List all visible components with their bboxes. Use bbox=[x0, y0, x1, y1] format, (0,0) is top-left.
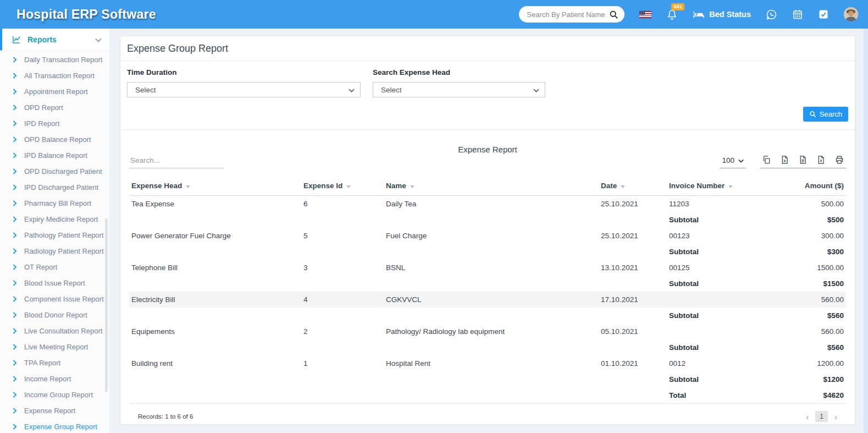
print-icon[interactable] bbox=[834, 155, 844, 165]
chevron-down-icon bbox=[533, 86, 539, 94]
time-duration-value: Select bbox=[135, 86, 156, 94]
cell-invoice: 00123 bbox=[667, 228, 767, 244]
page-size-select[interactable]: 100 bbox=[720, 155, 746, 168]
export-pdf-icon[interactable] bbox=[816, 155, 826, 165]
sidebar-item-label: IPD Discharged Patient bbox=[24, 183, 98, 191]
prev-page-button[interactable]: ‹ bbox=[806, 413, 809, 421]
table-search-input[interactable] bbox=[129, 154, 224, 168]
column-header[interactable]: Expense Id bbox=[301, 177, 384, 196]
sidebar-item-13[interactable]: OT Report bbox=[0, 259, 109, 275]
cell-name: Pathology/ Radiology lab equipment bbox=[384, 324, 599, 339]
toolbar-right: 100 bbox=[720, 155, 846, 168]
sidebar-item-label: Live Meeting Report bbox=[24, 343, 88, 351]
sidebar-item-6[interactable]: IPD Balance Report bbox=[0, 147, 109, 163]
chevron-right-icon bbox=[13, 105, 17, 111]
page-number-button[interactable]: 1 bbox=[815, 411, 828, 422]
main-area: Expense Group Report Time Duration Selec… bbox=[109, 29, 868, 433]
chevron-right-icon bbox=[13, 57, 17, 63]
table-row: Tea Expense 6 Daily Tea 25.10.2021 11203… bbox=[129, 196, 846, 212]
cell-subtotal-value: $300 bbox=[767, 244, 846, 260]
cell-subtotal-label: Subtotal bbox=[667, 308, 767, 324]
cell-invoice: 11203 bbox=[667, 196, 767, 212]
sidebar-item-5[interactable]: OPD Balance Report bbox=[0, 131, 109, 147]
expense-head-label: Search Expense Head bbox=[373, 68, 545, 76]
chevron-right-icon bbox=[13, 408, 17, 414]
sidebar-item-label: Appointment Report bbox=[24, 87, 88, 96]
calendar-button[interactable] bbox=[792, 9, 803, 20]
bed-status-label: Bed Status bbox=[709, 10, 751, 19]
chevron-right-icon bbox=[13, 280, 17, 286]
sidebar-item-7[interactable]: OPD Discharged Patient bbox=[0, 163, 109, 179]
whatsapp-icon bbox=[766, 9, 777, 20]
header-row: Expense Head Expense Id Name Date Invoic… bbox=[129, 177, 846, 196]
sidebar-item-20[interactable]: Income Report bbox=[0, 371, 109, 387]
search-button[interactable]: Search bbox=[803, 107, 848, 122]
tasks-button[interactable] bbox=[818, 9, 829, 20]
column-header[interactable]: Expense Head bbox=[129, 177, 301, 196]
sidebar-item-8[interactable]: IPD Discharged Patient bbox=[0, 179, 109, 195]
cell-invoice bbox=[667, 292, 767, 308]
table-row: Electricity Bill 4 CGKVVCL 17.10.2021 56… bbox=[129, 292, 846, 308]
export-csv-icon[interactable] bbox=[798, 155, 808, 165]
sidebar-item-17[interactable]: Live Consultation Report bbox=[0, 323, 109, 339]
us-flag-icon bbox=[639, 11, 651, 18]
expense-head-filter: Search Expense Head Select bbox=[373, 68, 545, 97]
sidebar-item-10[interactable]: Expiry Medicine Report bbox=[0, 211, 109, 227]
sidebar-item-1[interactable]: All Transaction Report bbox=[0, 68, 109, 84]
cell-date: 05.10.2021 bbox=[599, 324, 667, 339]
column-header[interactable]: Amount ($) bbox=[767, 177, 846, 196]
time-duration-select[interactable]: Select bbox=[127, 82, 361, 97]
sidebar-menu-reports[interactable]: Reports bbox=[0, 29, 109, 51]
sidebar-item-12[interactable]: Radiology Patient Report bbox=[0, 243, 109, 259]
copy-icon[interactable] bbox=[762, 155, 771, 165]
sidebar-item-3[interactable]: OPD Report bbox=[0, 100, 109, 116]
sidebar-item-15[interactable]: Component Issue Report bbox=[0, 291, 109, 307]
user-avatar[interactable] bbox=[844, 7, 858, 21]
sidebar-scrollbar[interactable] bbox=[105, 218, 108, 392]
table-row: Telephone Bill 3 BSNL 13.10.2021 00125 1… bbox=[129, 260, 846, 276]
sidebar-item-23[interactable]: Expense Group Report bbox=[0, 419, 109, 433]
cell-invoice bbox=[667, 324, 767, 339]
cell-expense-id: 2 bbox=[301, 324, 384, 339]
sidebar-item-14[interactable]: Blood Issue Report bbox=[0, 275, 109, 291]
chevron-right-icon bbox=[13, 296, 17, 302]
patient-search-input[interactable] bbox=[527, 10, 609, 19]
sidebar-item-4[interactable]: IPD Report bbox=[0, 116, 109, 131]
cell-date: 13.10.2021 bbox=[599, 260, 667, 276]
sidebar-item-22[interactable]: Expense Report bbox=[0, 403, 109, 419]
chevron-right-icon bbox=[13, 344, 17, 350]
chevron-right-icon bbox=[13, 73, 17, 79]
patient-search[interactable] bbox=[519, 6, 624, 23]
chevron-down-icon bbox=[95, 35, 102, 44]
column-header[interactable]: Date bbox=[599, 177, 667, 196]
sidebar-list: Daily Transaction Report All Transaction… bbox=[0, 51, 109, 433]
export-excel-icon[interactable] bbox=[780, 155, 789, 165]
language-flag[interactable] bbox=[639, 11, 651, 18]
sidebar-item-11[interactable]: Pathology Patient Report bbox=[0, 227, 109, 243]
sidebar-item-19[interactable]: TPA Report bbox=[0, 355, 109, 371]
time-duration-filter: Time Duration Select bbox=[127, 68, 361, 97]
bed-status-button[interactable]: Bed Status bbox=[693, 9, 751, 19]
sidebar-item-label: OPD Report bbox=[24, 103, 63, 112]
sort-caret-icon bbox=[621, 185, 625, 188]
expense-head-select[interactable]: Select bbox=[373, 82, 545, 97]
sidebar-item-16[interactable]: Blood Donor Report bbox=[0, 307, 109, 323]
sidebar-item-9[interactable]: Pharmacy Bill Report bbox=[0, 195, 109, 211]
notifications-button[interactable]: 591 bbox=[666, 9, 678, 20]
table-search bbox=[129, 154, 224, 168]
sidebar-item-21[interactable]: Income Group Report bbox=[0, 387, 109, 403]
column-header[interactable]: Invoice Number bbox=[667, 177, 767, 196]
sidebar-item-2[interactable]: Appointment Report bbox=[0, 84, 109, 100]
column-header[interactable]: Name bbox=[384, 177, 599, 196]
next-page-button[interactable]: › bbox=[834, 413, 837, 421]
sidebar-item-0[interactable]: Daily Transaction Report bbox=[0, 52, 109, 68]
sort-caret-icon bbox=[728, 185, 733, 188]
sidebar-item-label: IPD Balance Report bbox=[24, 151, 87, 160]
table-row: Building rent 1 Hospital Rent 01.10.2021… bbox=[129, 355, 846, 371]
page-scrollbar[interactable] bbox=[864, 29, 868, 433]
sidebar-item-18[interactable]: Live Meeting Report bbox=[0, 339, 109, 355]
cell-expense-id: 1 bbox=[301, 355, 384, 371]
sidebar-item-label: Income Report bbox=[24, 375, 71, 383]
expense-table: Expense Head Expense Id Name Date Invoic… bbox=[129, 177, 846, 404]
whatsapp-button[interactable] bbox=[766, 9, 777, 20]
